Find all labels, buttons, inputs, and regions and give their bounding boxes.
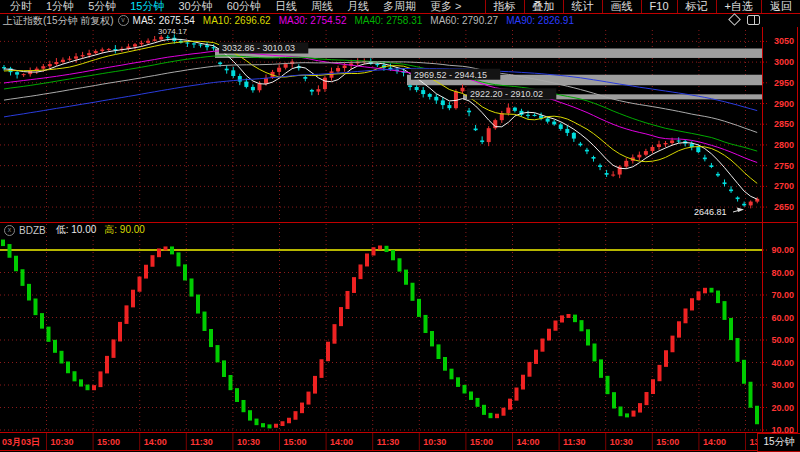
svg-text:50.00: 50.00 xyxy=(771,335,794,345)
diamond-icon[interactable] xyxy=(728,13,741,26)
indicator-header: x BDZB 低: 10.00 高: 90.00 xyxy=(0,224,145,236)
svg-text:2650: 2650 xyxy=(774,202,794,212)
toolbar-button[interactable]: 叠加 xyxy=(524,0,563,13)
svg-text:14:00: 14:00 xyxy=(703,437,726,447)
svg-text:2750: 2750 xyxy=(774,161,794,171)
indicator-settings-icon[interactable]: x xyxy=(4,225,15,236)
svg-text:10:30: 10:30 xyxy=(610,437,633,447)
toolbar-button[interactable]: 画线 xyxy=(602,0,641,13)
indicator-high-param: 高: 90.00 xyxy=(104,223,145,237)
svg-text:3032.86 - 3010.03: 3032.86 - 3010.03 xyxy=(222,43,295,53)
split-pane-icon[interactable] xyxy=(747,15,760,25)
period-tab[interactable]: 多周期 xyxy=(376,0,423,13)
svg-text:14:00: 14:00 xyxy=(517,437,540,447)
indicator-low-param: 低: 10.00 xyxy=(56,223,97,237)
svg-text:10:30: 10:30 xyxy=(51,437,74,447)
period-tab[interactable]: 分时 xyxy=(3,0,39,13)
period-tab[interactable]: 周线 xyxy=(304,0,340,13)
svg-text:2950: 2950 xyxy=(774,78,794,88)
period-tab[interactable]: 月线 xyxy=(340,0,376,13)
ma-10 xyxy=(4,41,757,183)
svg-text:2922.20 - 2910.02: 2922.20 - 2910.02 xyxy=(470,89,543,99)
svg-text:90.00: 90.00 xyxy=(771,245,794,255)
svg-text:10:30: 10:30 xyxy=(423,437,446,447)
svg-text:15:00: 15:00 xyxy=(470,437,493,447)
high-price-label: 3074.17 xyxy=(158,27,187,36)
svg-text:14:00: 14:00 xyxy=(144,437,167,447)
gap-label: 3032.86 - 3010.03 xyxy=(219,42,308,53)
toolbar-button[interactable]: +自选 xyxy=(716,0,761,13)
svg-text:2900: 2900 xyxy=(774,99,794,109)
svg-text:11:30: 11:30 xyxy=(563,437,586,447)
svg-text:11:30: 11:30 xyxy=(377,437,400,447)
ma-legend-item: MA10: 2696.62 xyxy=(203,14,271,27)
ma-legend-item: MA90: 2826.91 xyxy=(506,14,574,27)
svg-text:40.00: 40.00 xyxy=(771,358,794,368)
ma-legend: MA5: 2675.54MA10: 2696.62MA30: 2754.52MA… xyxy=(133,14,582,27)
toolbar-button[interactable]: F10 xyxy=(641,0,677,13)
svg-text:3050: 3050 xyxy=(774,36,794,46)
collapse-icon[interactable]: v xyxy=(118,15,129,26)
indicator-name: BDZB xyxy=(19,225,46,236)
svg-text:2800: 2800 xyxy=(774,140,794,150)
period-tabs: 分时1分钟5分钟15分钟30分钟60分钟日线周线月线多周期更多 > xyxy=(0,0,468,13)
info-bar: 上证指数(15分钟 前复权) v MA5: 2675.54MA10: 2696.… xyxy=(0,13,800,27)
svg-text:70.00: 70.00 xyxy=(771,290,794,300)
price-axis: 30503000295029002850280027502700265090.0… xyxy=(763,36,794,435)
current-period-box[interactable]: 15分钟 xyxy=(757,433,800,452)
toolbar-button[interactable]: 指标 xyxy=(485,0,524,13)
period-tab[interactable]: 30分钟 xyxy=(172,0,220,13)
svg-text:03月03日: 03月03日 xyxy=(2,437,40,447)
svg-text:2969.52 - 2944.15: 2969.52 - 2944.15 xyxy=(414,70,487,80)
toolbar-button[interactable]: 标记 xyxy=(677,0,716,13)
gap-label: 2969.52 - 2944.15 xyxy=(411,69,500,80)
svg-text:2646.81: 2646.81 xyxy=(694,207,727,217)
ma-legend-item: MA5: 2675.54 xyxy=(133,14,195,27)
ma-legend-item: MA60: 2790.27 xyxy=(430,14,498,27)
svg-text:3000: 3000 xyxy=(774,57,794,67)
svg-text:20.00: 20.00 xyxy=(771,403,794,413)
svg-text:15:00: 15:00 xyxy=(656,437,679,447)
svg-text:15:00: 15:00 xyxy=(97,437,120,447)
ma-lines xyxy=(4,39,757,199)
svg-text:80.00: 80.00 xyxy=(771,268,794,278)
candles xyxy=(2,34,759,208)
period-tab[interactable]: 日线 xyxy=(268,0,304,13)
period-tab[interactable]: 15分钟 xyxy=(123,0,171,13)
svg-text:11:30: 11:30 xyxy=(190,437,213,447)
ma-legend-item: MA40: 2758.31 xyxy=(354,14,422,27)
svg-text:60.00: 60.00 xyxy=(771,313,794,323)
toolbar-right-buttons: 指标叠加统计画线F10标记+自选返回 xyxy=(485,0,800,13)
time-axis: 03月03日10:3015:0014:0011:3010:3015:0014:0… xyxy=(2,433,768,450)
svg-text:30.00: 30.00 xyxy=(771,380,794,390)
period-toolbar: 分时1分钟5分钟15分钟30分钟60分钟日线周线月线多周期更多 > 指标叠加统计… xyxy=(0,0,800,13)
period-tab[interactable]: 更多 > xyxy=(423,0,468,13)
bdzb-bars xyxy=(1,240,759,429)
svg-text:14:00: 14:00 xyxy=(330,437,353,447)
svg-text:15:00: 15:00 xyxy=(284,437,307,447)
svg-text:10:30: 10:30 xyxy=(237,437,260,447)
toolbar-button[interactable]: 返回 xyxy=(761,0,800,13)
ma-legend-item: MA30: 2754.52 xyxy=(279,14,347,27)
ma-5 xyxy=(4,39,757,199)
period-tab[interactable]: 60分钟 xyxy=(220,0,268,13)
svg-text:2850: 2850 xyxy=(774,119,794,129)
period-tab[interactable]: 5分钟 xyxy=(81,0,123,13)
gap-label: 2922.20 - 2910.02 xyxy=(467,88,556,99)
svg-text:2700: 2700 xyxy=(774,181,794,191)
toolbar-button[interactable]: 统计 xyxy=(563,0,602,13)
low-price-label: 2646.81 xyxy=(694,207,744,217)
symbol-title: 上证指数(15分钟 前复权) xyxy=(0,14,114,27)
period-tab[interactable]: 1分钟 xyxy=(39,0,81,13)
